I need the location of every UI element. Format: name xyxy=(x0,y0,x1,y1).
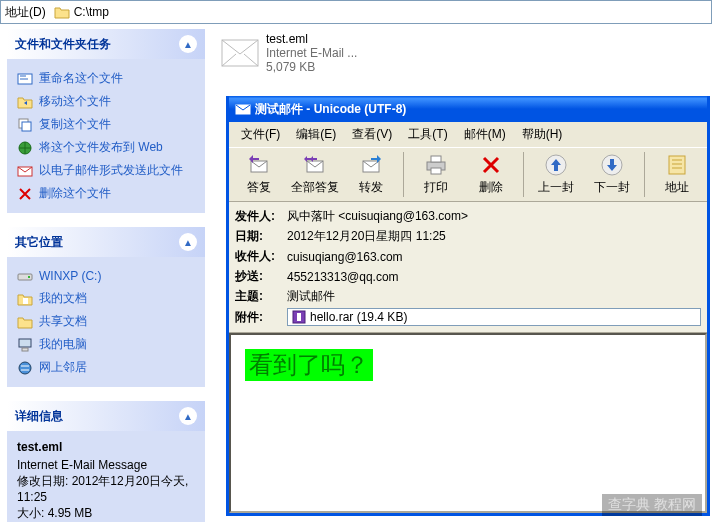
mail-headers: 发件人: 风中落叶 <cuisuqiang@163.com> 日期: 2012年… xyxy=(229,202,707,333)
task-label: 删除这个文件 xyxy=(39,185,111,202)
menu-help[interactable]: 帮助(H) xyxy=(514,124,571,145)
btn-label: 下一封 xyxy=(594,180,630,194)
cc-value: 455213313@qq.com xyxy=(287,270,701,284)
task-delete[interactable]: 删除这个文件 xyxy=(17,182,195,205)
btn-label: 全部答复 xyxy=(291,180,339,194)
detail-filename: test.eml xyxy=(17,439,195,455)
place-computer[interactable]: 我的电脑 xyxy=(17,333,195,356)
forward-button[interactable]: 转发 xyxy=(343,150,399,199)
rar-icon xyxy=(292,310,306,324)
watermark: 查字典 教程网 xyxy=(602,494,702,516)
task-move[interactable]: 移动这个文件 xyxy=(17,90,195,113)
shared-icon xyxy=(17,314,33,330)
svg-rect-18 xyxy=(431,168,441,174)
place-label: 我的电脑 xyxy=(39,336,87,353)
email-window: 测试邮件 - Unicode (UTF-8) 文件(F) 编辑(E) 查看(V)… xyxy=(226,96,710,516)
task-publish[interactable]: 将这个文件发布到 Web xyxy=(17,136,195,159)
svg-rect-9 xyxy=(22,348,28,351)
task-email[interactable]: 以电子邮件形式发送此文件 xyxy=(17,159,195,182)
panel-title: 文件和文件夹任务 xyxy=(15,36,111,53)
file-tasks-header[interactable]: 文件和文件夹任务 ▲ xyxy=(7,29,205,59)
print-icon xyxy=(424,153,448,177)
svg-rect-17 xyxy=(431,156,441,162)
btn-label: 地址 xyxy=(665,180,689,194)
btn-label: 打印 xyxy=(424,180,448,194)
menu-view[interactable]: 查看(V) xyxy=(344,124,400,145)
details-body: test.eml Internet E-Mail Message 修改日期: 2… xyxy=(7,431,205,522)
place-mydocs[interactable]: 我的文档 xyxy=(17,287,195,310)
place-label: WINXP (C:) xyxy=(39,269,101,283)
file-info: test.eml Internet E-Mail ... 5,079 KB xyxy=(266,32,357,74)
detail-modified: 修改日期: 2012年12月20日今天, 11:25 xyxy=(17,473,195,505)
file-name: test.eml xyxy=(266,32,357,46)
place-network[interactable]: 网上邻居 xyxy=(17,356,195,379)
arrow-up-icon xyxy=(544,153,568,177)
prev-button[interactable]: 上一封 xyxy=(528,150,584,199)
task-label: 将这个文件发布到 Web xyxy=(39,139,163,156)
task-label: 重命名这个文件 xyxy=(39,70,123,87)
forward-icon xyxy=(359,153,383,177)
svg-rect-8 xyxy=(19,339,31,347)
delete-button[interactable]: 删除 xyxy=(464,150,520,199)
arrow-down-icon xyxy=(600,153,624,177)
replyall-icon xyxy=(303,153,327,177)
task-label: 以电子邮件形式发送此文件 xyxy=(39,162,183,179)
place-label: 我的文档 xyxy=(39,290,87,307)
menu-tools[interactable]: 工具(T) xyxy=(400,124,455,145)
menu-edit[interactable]: 编辑(E) xyxy=(288,124,344,145)
title-bar[interactable]: 测试邮件 - Unicode (UTF-8) xyxy=(229,96,707,122)
task-copy[interactable]: 复制这个文件 xyxy=(17,113,195,136)
chevron-up-icon: ▲ xyxy=(179,233,197,251)
detail-filetype: Internet E-Mail Message xyxy=(17,457,195,473)
toolbar-divider xyxy=(644,152,645,197)
to-value: cuisuqiang@163.com xyxy=(287,250,701,264)
network-icon xyxy=(17,360,33,376)
svg-rect-21 xyxy=(669,156,685,174)
file-tasks-panel: 文件和文件夹任务 ▲ 重命名这个文件 移动这个文件 复制这个文件 将这个文件发布… xyxy=(6,28,206,214)
replyall-button[interactable]: 全部答复 xyxy=(287,150,343,199)
svg-point-10 xyxy=(19,362,31,374)
other-places-header[interactable]: 其它位置 ▲ xyxy=(7,227,205,257)
detail-size: 大小: 4.95 MB xyxy=(17,505,195,521)
to-label: 收件人: xyxy=(235,248,287,265)
date-label: 日期: xyxy=(235,228,287,245)
file-size: 5,079 KB xyxy=(266,60,357,74)
menu-message[interactable]: 邮件(M) xyxy=(456,124,514,145)
menu-file[interactable]: 文件(F) xyxy=(233,124,288,145)
next-button[interactable]: 下一封 xyxy=(584,150,640,199)
chevron-up-icon: ▲ xyxy=(179,407,197,425)
other-places-panel: 其它位置 ▲ WINXP (C:) 我的文档 共享文档 我的电脑 网上邻居 xyxy=(6,226,206,388)
file-item[interactable]: test.eml Internet E-Mail ... 5,079 KB xyxy=(214,28,394,78)
move-icon xyxy=(17,94,33,110)
cc-label: 抄送: xyxy=(235,268,287,285)
place-shared[interactable]: 共享文档 xyxy=(17,310,195,333)
mail-body[interactable]: 看到了吗？ xyxy=(229,333,707,513)
svg-rect-23 xyxy=(297,313,301,321)
address-label: 地址(D) xyxy=(1,4,50,21)
publish-icon xyxy=(17,140,33,156)
print-button[interactable]: 打印 xyxy=(408,150,464,199)
date-value: 2012年12月20日星期四 11:25 xyxy=(287,228,701,245)
toolbar-divider xyxy=(523,152,524,197)
addressbook-icon xyxy=(665,153,689,177)
attachment-value: hello.rar (19.4 KB) xyxy=(310,310,407,324)
place-winxp[interactable]: WINXP (C:) xyxy=(17,265,195,287)
delete-icon xyxy=(17,186,33,202)
copy-icon xyxy=(17,117,33,133)
address-button[interactable]: 地址 xyxy=(649,150,705,199)
panel-title: 详细信息 xyxy=(15,408,63,425)
file-tasks-body: 重命名这个文件 移动这个文件 复制这个文件 将这个文件发布到 Web 以电子邮件… xyxy=(7,59,205,213)
place-label: 网上邻居 xyxy=(39,359,87,376)
task-label: 移动这个文件 xyxy=(39,93,111,110)
task-rename[interactable]: 重命名这个文件 xyxy=(17,67,195,90)
computer-icon xyxy=(17,337,33,353)
place-label: 共享文档 xyxy=(39,313,87,330)
svg-rect-2 xyxy=(22,122,31,131)
address-path[interactable]: C:\tmp xyxy=(74,5,711,19)
rename-icon xyxy=(17,71,33,87)
details-header[interactable]: 详细信息 ▲ xyxy=(7,401,205,431)
attach-label: 附件: xyxy=(235,309,287,326)
reply-button[interactable]: 答复 xyxy=(231,150,287,199)
other-places-body: WINXP (C:) 我的文档 共享文档 我的电脑 网上邻居 xyxy=(7,257,205,387)
attachment-box[interactable]: hello.rar (19.4 KB) xyxy=(287,308,701,326)
